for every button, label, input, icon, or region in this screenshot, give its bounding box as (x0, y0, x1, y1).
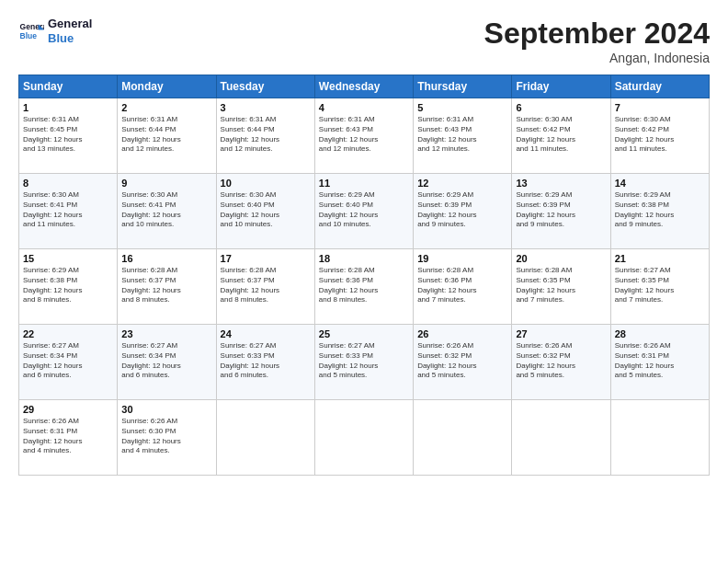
day-info: Sunrise: 6:30 AM Sunset: 6:41 PM Dayligh… (23, 190, 113, 230)
day-number: 24 (221, 328, 311, 339)
day-number: 1 (23, 102, 113, 113)
calendar-cell: 10Sunrise: 6:30 AM Sunset: 6:40 PM Dayli… (216, 174, 314, 249)
day-number: 29 (23, 404, 113, 415)
col-header-thursday: Thursday (414, 75, 512, 98)
day-info: Sunrise: 6:31 AM Sunset: 6:43 PM Dayligh… (417, 115, 507, 155)
day-info: Sunrise: 6:28 AM Sunset: 6:37 PM Dayligh… (221, 266, 311, 305)
calendar-cell: 27Sunrise: 6:26 AM Sunset: 6:32 PM Dayli… (512, 325, 610, 400)
calendar-cell: 1Sunrise: 6:31 AM Sunset: 6:45 PM Daylig… (19, 98, 118, 174)
day-info: Sunrise: 6:26 AM Sunset: 6:31 PM Dayligh… (615, 341, 705, 381)
calendar-cell (314, 400, 413, 476)
day-number: 4 (319, 102, 409, 113)
day-number: 7 (615, 102, 705, 113)
day-number: 27 (516, 328, 606, 339)
calendar-cell: 8Sunrise: 6:30 AM Sunset: 6:41 PM Daylig… (19, 174, 118, 249)
day-number: 19 (417, 253, 507, 264)
day-number: 23 (121, 328, 211, 339)
logo-icon: General Blue (18, 18, 44, 44)
calendar-cell (512, 400, 610, 476)
calendar-cell: 13Sunrise: 6:29 AM Sunset: 6:39 PM Dayli… (512, 174, 610, 249)
calendar-cell: 30Sunrise: 6:26 AM Sunset: 6:30 PM Dayli… (118, 400, 216, 476)
day-info: Sunrise: 6:31 AM Sunset: 6:45 PM Dayligh… (23, 115, 113, 155)
calendar-cell: 18Sunrise: 6:28 AM Sunset: 6:36 PM Dayli… (314, 249, 413, 325)
calendar-header-row: SundayMondayTuesdayWednesdayThursdayFrid… (19, 75, 710, 98)
day-info: Sunrise: 6:26 AM Sunset: 6:32 PM Dayligh… (417, 341, 507, 381)
day-info: Sunrise: 6:30 AM Sunset: 6:41 PM Dayligh… (121, 190, 211, 230)
day-info: Sunrise: 6:31 AM Sunset: 6:44 PM Dayligh… (221, 115, 311, 155)
calendar: SundayMondayTuesdayWednesdayThursdayFrid… (18, 75, 710, 476)
day-info: Sunrise: 6:30 AM Sunset: 6:42 PM Dayligh… (516, 115, 606, 155)
calendar-cell: 24Sunrise: 6:27 AM Sunset: 6:33 PM Dayli… (216, 325, 314, 400)
day-number: 20 (516, 253, 606, 264)
calendar-cell: 7Sunrise: 6:30 AM Sunset: 6:42 PM Daylig… (610, 98, 709, 174)
day-number: 25 (319, 328, 409, 339)
month-title: September 2024 (484, 17, 710, 51)
day-number: 6 (516, 102, 606, 113)
calendar-cell (414, 400, 512, 476)
day-info: Sunrise: 6:27 AM Sunset: 6:34 PM Dayligh… (23, 341, 113, 381)
day-info: Sunrise: 6:27 AM Sunset: 6:33 PM Dayligh… (221, 341, 311, 381)
calendar-cell: 23Sunrise: 6:27 AM Sunset: 6:34 PM Dayli… (118, 325, 216, 400)
day-info: Sunrise: 6:31 AM Sunset: 6:44 PM Dayligh… (121, 115, 211, 155)
calendar-cell: 11Sunrise: 6:29 AM Sunset: 6:40 PM Dayli… (314, 174, 413, 249)
col-header-saturday: Saturday (610, 75, 709, 98)
day-number: 8 (23, 178, 113, 189)
calendar-cell: 6Sunrise: 6:30 AM Sunset: 6:42 PM Daylig… (512, 98, 610, 174)
day-info: Sunrise: 6:29 AM Sunset: 6:39 PM Dayligh… (417, 190, 507, 230)
day-number: 2 (121, 102, 211, 113)
day-info: Sunrise: 6:26 AM Sunset: 6:32 PM Dayligh… (516, 341, 606, 381)
calendar-cell: 28Sunrise: 6:26 AM Sunset: 6:31 PM Dayli… (610, 325, 709, 400)
calendar-cell: 9Sunrise: 6:30 AM Sunset: 6:41 PM Daylig… (118, 174, 216, 249)
day-number: 28 (615, 328, 705, 339)
day-number: 14 (615, 178, 705, 189)
logo-text-general: General (48, 17, 92, 31)
day-number: 5 (417, 102, 507, 113)
calendar-cell: 26Sunrise: 6:26 AM Sunset: 6:32 PM Dayli… (414, 325, 512, 400)
day-number: 3 (221, 102, 311, 113)
calendar-cell: 14Sunrise: 6:29 AM Sunset: 6:38 PM Dayli… (610, 174, 709, 249)
col-header-sunday: Sunday (19, 75, 118, 98)
day-info: Sunrise: 6:27 AM Sunset: 6:35 PM Dayligh… (615, 266, 705, 305)
day-info: Sunrise: 6:29 AM Sunset: 6:40 PM Dayligh… (319, 190, 409, 230)
calendar-cell: 25Sunrise: 6:27 AM Sunset: 6:33 PM Dayli… (314, 325, 413, 400)
logo-text-blue: Blue (48, 31, 92, 46)
calendar-cell: 29Sunrise: 6:26 AM Sunset: 6:31 PM Dayli… (19, 400, 118, 476)
day-number: 10 (221, 178, 311, 189)
calendar-cell: 21Sunrise: 6:27 AM Sunset: 6:35 PM Dayli… (610, 249, 709, 325)
day-number: 21 (615, 253, 705, 264)
col-header-tuesday: Tuesday (216, 75, 314, 98)
day-info: Sunrise: 6:26 AM Sunset: 6:30 PM Dayligh… (121, 417, 211, 456)
calendar-cell: 15Sunrise: 6:29 AM Sunset: 6:38 PM Dayli… (19, 249, 118, 325)
day-info: Sunrise: 6:28 AM Sunset: 6:35 PM Dayligh… (516, 266, 606, 305)
col-header-friday: Friday (512, 75, 610, 98)
day-number: 16 (121, 253, 211, 264)
calendar-cell: 2Sunrise: 6:31 AM Sunset: 6:44 PM Daylig… (118, 98, 216, 174)
col-header-monday: Monday (118, 75, 216, 98)
calendar-cell: 22Sunrise: 6:27 AM Sunset: 6:34 PM Dayli… (19, 325, 118, 400)
day-info: Sunrise: 6:27 AM Sunset: 6:33 PM Dayligh… (319, 341, 409, 381)
calendar-cell: 16Sunrise: 6:28 AM Sunset: 6:37 PM Dayli… (118, 249, 216, 325)
title-block: September 2024 Angan, Indonesia (484, 17, 710, 65)
calendar-cell: 12Sunrise: 6:29 AM Sunset: 6:39 PM Dayli… (414, 174, 512, 249)
page: General Blue General Blue September 2024… (0, 0, 728, 563)
day-number: 30 (121, 404, 211, 415)
location: Angan, Indonesia (484, 51, 710, 65)
calendar-cell (610, 400, 709, 476)
day-number: 22 (23, 328, 113, 339)
day-number: 15 (23, 253, 113, 264)
day-info: Sunrise: 6:26 AM Sunset: 6:31 PM Dayligh… (23, 417, 113, 456)
day-info: Sunrise: 6:30 AM Sunset: 6:42 PM Dayligh… (615, 115, 705, 155)
calendar-cell: 3Sunrise: 6:31 AM Sunset: 6:44 PM Daylig… (216, 98, 314, 174)
day-number: 13 (516, 178, 606, 189)
day-info: Sunrise: 6:29 AM Sunset: 6:39 PM Dayligh… (516, 190, 606, 230)
calendar-cell: 17Sunrise: 6:28 AM Sunset: 6:37 PM Dayli… (216, 249, 314, 325)
calendar-cell: 5Sunrise: 6:31 AM Sunset: 6:43 PM Daylig… (414, 98, 512, 174)
calendar-cell (216, 400, 314, 476)
day-number: 18 (319, 253, 409, 264)
svg-text:Blue: Blue (20, 30, 38, 40)
day-info: Sunrise: 6:28 AM Sunset: 6:37 PM Dayligh… (121, 266, 211, 305)
header: General Blue General Blue September 2024… (18, 17, 710, 65)
day-info: Sunrise: 6:30 AM Sunset: 6:40 PM Dayligh… (221, 190, 311, 230)
day-info: Sunrise: 6:31 AM Sunset: 6:43 PM Dayligh… (319, 115, 409, 155)
calendar-cell: 19Sunrise: 6:28 AM Sunset: 6:36 PM Dayli… (414, 249, 512, 325)
